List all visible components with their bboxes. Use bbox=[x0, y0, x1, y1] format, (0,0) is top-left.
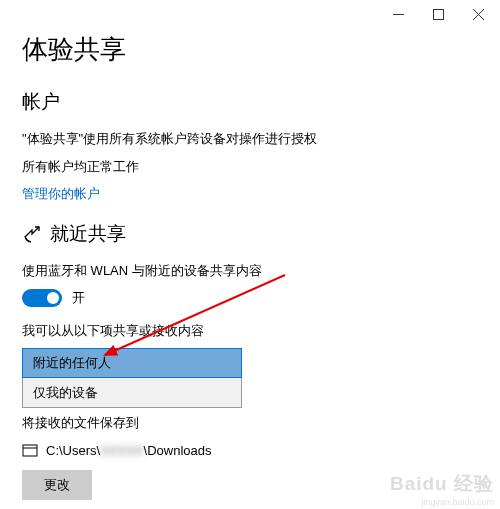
settings-content: 体验共享 帐户 "体验共享"使用所有系统帐户跨设备对操作进行授权 所有帐户均正常… bbox=[0, 28, 500, 509]
receive-from-label: 我可以从以下项共享或接收内容 bbox=[22, 321, 478, 341]
save-path-text: C:\Users\XXXXX\Downloads bbox=[46, 443, 211, 458]
maximize-button[interactable] bbox=[418, 0, 458, 28]
share-scope-dropdown[interactable]: 附近的任何人 bbox=[22, 348, 242, 378]
save-path-row: C:\Users\XXXXX\Downloads bbox=[22, 442, 478, 458]
window-titlebar bbox=[0, 0, 500, 28]
svg-rect-1 bbox=[433, 9, 443, 19]
nearby-share-icon bbox=[22, 224, 42, 244]
manage-account-link[interactable]: 管理你的帐户 bbox=[22, 185, 100, 203]
minimize-button[interactable] bbox=[378, 0, 418, 28]
dropdown-option-my-devices[interactable]: 仅我的设备 bbox=[22, 378, 242, 408]
folder-icon bbox=[22, 442, 38, 458]
toggle-knob bbox=[47, 292, 59, 304]
toggle-state-label: 开 bbox=[72, 289, 85, 307]
nearby-share-toggle[interactable] bbox=[22, 289, 62, 307]
account-desc-2: 所有帐户均正常工作 bbox=[22, 157, 478, 177]
svg-rect-4 bbox=[23, 445, 37, 456]
account-desc-1: "体验共享"使用所有系统帐户跨设备对操作进行授权 bbox=[22, 129, 478, 149]
nearby-desc: 使用蓝牙和 WLAN 与附近的设备共享内容 bbox=[22, 261, 478, 281]
account-section-title: 帐户 bbox=[22, 89, 478, 115]
save-location-label: 将接收的文件保存到 bbox=[22, 414, 478, 432]
nearby-section-title: 就近共享 bbox=[50, 221, 126, 247]
close-button[interactable] bbox=[458, 0, 498, 28]
page-title: 体验共享 bbox=[22, 32, 478, 67]
change-location-button[interactable]: 更改 bbox=[22, 470, 92, 500]
